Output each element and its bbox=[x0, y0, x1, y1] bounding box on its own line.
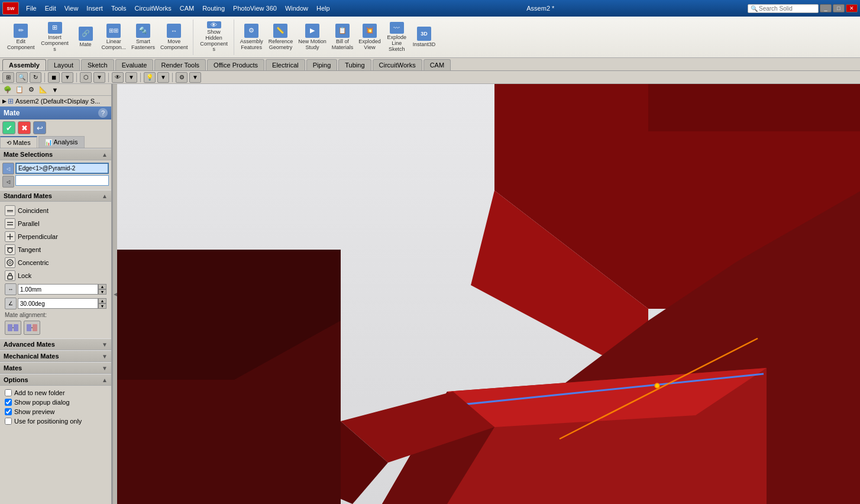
move-component-button[interactable]: ↔ Move Component bbox=[158, 21, 190, 54]
linear-component-button[interactable]: ⊞⊞ Linear Compon... bbox=[99, 21, 129, 54]
view-orientation-dropdown[interactable]: ▼ bbox=[93, 72, 105, 83]
search-input[interactable] bbox=[759, 5, 812, 12]
config-manager-icon[interactable]: ⚙ bbox=[26, 85, 37, 95]
distance-input[interactable]: 1.00mm bbox=[18, 284, 98, 295]
search-box[interactable]: 🔍 bbox=[748, 4, 819, 13]
dim-expert-icon[interactable]: 📐 bbox=[38, 85, 49, 95]
concentric-option[interactable]: Concentric bbox=[2, 256, 109, 269]
assembly-features-icon: ⚙ bbox=[244, 24, 258, 38]
tab-office-products[interactable]: Office Products bbox=[207, 59, 264, 70]
hide-show-button[interactable]: 👁 bbox=[112, 72, 124, 83]
align-same-button[interactable] bbox=[5, 321, 21, 335]
render-dropdown[interactable]: ▼ bbox=[157, 72, 169, 83]
smart-fasteners-icon: 🔩 bbox=[136, 24, 150, 38]
minimize-button[interactable]: _ bbox=[820, 4, 832, 12]
menu-help[interactable]: Help bbox=[313, 4, 334, 13]
exploded-view-button[interactable]: 💥 ExplodedView bbox=[356, 21, 383, 54]
insert-components-button[interactable]: ⊞ Insert Components bbox=[38, 21, 72, 54]
feature-tree-icon[interactable]: 🌳 bbox=[2, 85, 13, 95]
selection-field-2[interactable] bbox=[15, 175, 109, 186]
tab-render-tools[interactable]: Render Tools bbox=[154, 59, 206, 70]
rotate-button[interactable]: ↻ bbox=[30, 72, 41, 83]
show-popup-checkbox[interactable] bbox=[5, 399, 12, 406]
mate-title: Mate bbox=[4, 109, 20, 117]
add-to-folder-checkbox[interactable] bbox=[5, 389, 12, 396]
menu-tools[interactable]: Tools bbox=[108, 4, 130, 13]
coincident-option[interactable]: Coincident bbox=[2, 204, 109, 217]
lock-option[interactable]: Lock bbox=[2, 269, 109, 282]
smart-fasteners-button[interactable]: 🔩 Smart Fasteners bbox=[129, 21, 157, 54]
expand-icon[interactable]: ▶ bbox=[2, 98, 7, 104]
tangent-label: Tangent bbox=[18, 246, 41, 253]
explode-line-sketch-button[interactable]: 〰 ExplodeLineSketch bbox=[384, 21, 410, 54]
maximize-button[interactable]: □ bbox=[833, 4, 845, 12]
close-button[interactable]: ✕ bbox=[846, 4, 858, 12]
tab-sketch[interactable]: Sketch bbox=[81, 59, 114, 70]
menu-routing[interactable]: Routing bbox=[199, 4, 228, 13]
move-component-icon: ↔ bbox=[167, 24, 181, 38]
tab-circuitworks[interactable]: CircuitWorks bbox=[373, 59, 422, 70]
tab-electrical[interactable]: Electrical bbox=[266, 59, 305, 70]
zoom-in-button[interactable]: 🔍 bbox=[16, 72, 28, 83]
hide-show-dropdown[interactable]: ▼ bbox=[125, 72, 137, 83]
menu-file[interactable]: File bbox=[22, 4, 40, 13]
options-header[interactable]: Options ▲ bbox=[0, 374, 111, 386]
render-button[interactable]: 💡 bbox=[144, 72, 156, 83]
perpendicular-option[interactable]: Perpendicular bbox=[2, 230, 109, 243]
tangent-option[interactable]: Tangent bbox=[2, 243, 109, 256]
edit-component-button[interactable]: ✏ Edit Component bbox=[5, 21, 37, 54]
tab-tubing[interactable]: Tubing bbox=[338, 59, 371, 70]
tab-mates[interactable]: ⟲ Mates bbox=[0, 136, 37, 148]
distance-down-button[interactable]: ▼ bbox=[98, 289, 106, 295]
settings-button[interactable]: ⚙ bbox=[176, 72, 187, 83]
display-style-dropdown[interactable]: ▼ bbox=[62, 72, 73, 83]
viewport[interactable] bbox=[117, 84, 860, 504]
property-manager-icon[interactable]: 📋 bbox=[14, 85, 25, 95]
use-for-positioning-checkbox[interactable] bbox=[5, 418, 12, 425]
filter-icon[interactable]: ▼ bbox=[50, 85, 60, 95]
menu-circuitworks[interactable]: CircuitWorks bbox=[131, 4, 175, 13]
new-motion-study-button[interactable]: ▶ New MotionStudy bbox=[296, 21, 329, 54]
advanced-mates-header[interactable]: Advanced Mates ▼ bbox=[0, 338, 111, 350]
reference-geometry-button[interactable]: 📏 ReferenceGeometry bbox=[266, 21, 296, 54]
tab-piping[interactable]: Piping bbox=[306, 59, 338, 70]
align-opposite-button[interactable] bbox=[24, 321, 40, 335]
menu-edit[interactable]: Edit bbox=[41, 4, 60, 13]
view-orientation-button[interactable]: ⬡ bbox=[80, 72, 92, 83]
mate-button[interactable]: 🔗 Mate bbox=[73, 21, 99, 54]
show-hidden-button[interactable]: 👁 ShowHiddenComponents bbox=[197, 21, 231, 54]
display-style-button[interactable]: ◼ bbox=[48, 72, 60, 83]
menu-photoview[interactable]: PhotoView 360 bbox=[229, 4, 280, 13]
tab-cam[interactable]: CAM bbox=[423, 59, 451, 70]
reset-button[interactable]: ↩ bbox=[33, 121, 46, 134]
mechanical-mates-header[interactable]: Mechanical Mates ▼ bbox=[0, 350, 111, 362]
bill-of-materials-button[interactable]: 📋 Bill ofMaterials bbox=[329, 21, 356, 54]
instant3d-button[interactable]: 3D Instant3D bbox=[410, 21, 438, 54]
tab-evaluate[interactable]: Evaluate bbox=[115, 59, 154, 70]
distance-up-button[interactable]: ▲ bbox=[98, 284, 106, 289]
angle-down-button[interactable]: ▼ bbox=[98, 303, 106, 309]
tabs-row: Assembly Layout Sketch Evaluate Render T… bbox=[0, 58, 860, 71]
zoom-to-fit-button[interactable]: ⊞ bbox=[2, 72, 14, 83]
menu-window[interactable]: Window bbox=[282, 4, 312, 13]
menu-cam[interactable]: CAM bbox=[176, 4, 198, 13]
cancel-button[interactable]: ✖ bbox=[18, 121, 31, 134]
mates-section-header[interactable]: Mates ▼ bbox=[0, 362, 111, 374]
show-preview-checkbox[interactable] bbox=[5, 408, 12, 415]
ok-button[interactable]: ✔ bbox=[2, 121, 15, 134]
assembly-features-button[interactable]: ⚙ AssemblyFeatures bbox=[238, 21, 266, 54]
menu-insert[interactable]: Insert bbox=[83, 4, 106, 13]
help-icon[interactable]: ? bbox=[98, 108, 108, 118]
tab-layout[interactable]: Layout bbox=[47, 59, 80, 70]
parallel-option[interactable]: Parallel bbox=[2, 217, 109, 230]
angle-up-button[interactable]: ▲ bbox=[98, 298, 106, 303]
tab-assembly[interactable]: Assembly bbox=[2, 59, 46, 70]
tab-analysis[interactable]: 📊 Analysis bbox=[38, 136, 85, 148]
standard-mates-header[interactable]: Standard Mates ▲ bbox=[0, 190, 111, 202]
selection-field-1[interactable]: Edge<1>@Pyramid-2 bbox=[15, 163, 109, 174]
mate-selections-header[interactable]: Mate Selections ▲ bbox=[0, 148, 111, 160]
menu-view[interactable]: View bbox=[61, 4, 82, 13]
panel-collapse-handle[interactable]: ◀ bbox=[112, 84, 117, 504]
settings-dropdown[interactable]: ▼ bbox=[189, 72, 201, 83]
angle-input[interactable]: 30.00deg bbox=[18, 298, 98, 309]
